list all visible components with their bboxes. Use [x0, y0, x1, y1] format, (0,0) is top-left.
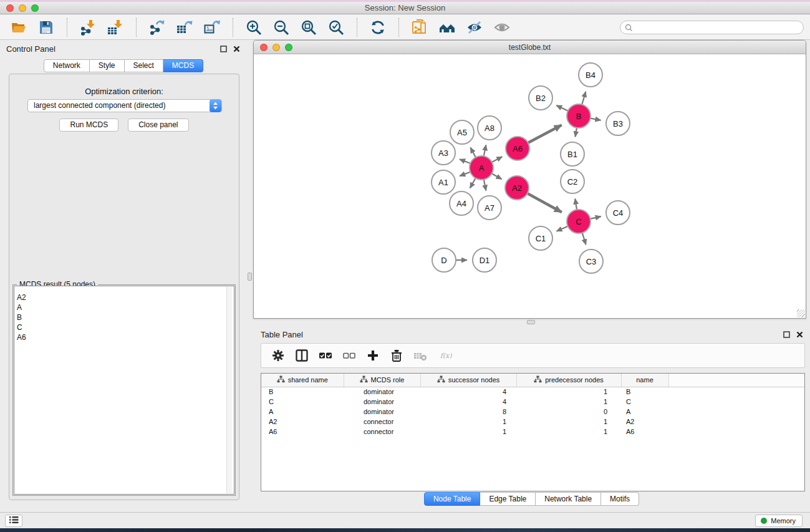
table-row[interactable]: Adominator80A — [261, 407, 804, 417]
column-header-name[interactable]: name — [621, 374, 668, 387]
export-table-icon[interactable] — [175, 18, 194, 37]
cell[interactable]: connector — [344, 417, 420, 427]
memory-button[interactable]: Memory — [755, 515, 803, 527]
cell[interactable]: A — [621, 407, 668, 417]
edge-A-A8[interactable] — [484, 145, 486, 156]
result-item[interactable]: B — [14, 312, 234, 322]
edge-A-A5[interactable] — [470, 148, 476, 158]
edge-C-C1[interactable] — [557, 226, 568, 231]
node-B1[interactable]: B1 — [561, 142, 584, 166]
cell[interactable]: 4 — [420, 387, 516, 397]
node-A2[interactable]: A2 — [505, 176, 529, 200]
edge-A-A6[interactable] — [492, 157, 503, 162]
network-from-file-icon[interactable] — [410, 18, 429, 37]
edge-B-B3[interactable] — [591, 118, 601, 120]
node-A5[interactable]: A5 — [450, 120, 474, 144]
node-C1[interactable]: C1 — [529, 226, 552, 250]
cell[interactable]: 1 — [420, 417, 516, 427]
edge-B-B2[interactable] — [556, 105, 568, 111]
node-C2[interactable]: C2 — [561, 170, 584, 193]
close-panel-button[interactable]: Close panel — [128, 118, 188, 132]
horizontal-splitter-handle[interactable] — [527, 320, 535, 324]
cell[interactable]: B — [621, 387, 668, 397]
edge-B-B1[interactable] — [576, 128, 577, 137]
node-C4[interactable]: C4 — [606, 201, 630, 225]
node-C[interactable]: C — [567, 210, 591, 233]
result-scrollbar[interactable] — [226, 287, 232, 493]
run-mcds-button[interactable]: Run MCDS — [59, 118, 118, 132]
network-canvas[interactable]: AA1A3A4A5A7A8A6A2BB1B2B3B4CC1C2C3C4DD1 — [254, 54, 806, 318]
edge-A6-B[interactable] — [528, 125, 562, 143]
table-settings-icon[interactable] — [270, 347, 286, 364]
float-panel-icon[interactable] — [219, 45, 228, 53]
edge-A-A7[interactable] — [484, 180, 486, 191]
import-table-icon[interactable] — [106, 18, 125, 37]
cell[interactable]: A2 — [621, 417, 668, 427]
cell[interactable]: A — [261, 407, 344, 417]
edge-A-A2[interactable] — [492, 173, 502, 179]
edge-A-A1[interactable] — [460, 172, 470, 176]
zoom-fit-icon[interactable] — [299, 18, 318, 37]
cell[interactable]: C — [621, 397, 668, 407]
result-item[interactable]: A2 — [14, 293, 234, 302]
cell[interactable]: 1 — [516, 427, 621, 437]
node-B[interactable]: B — [567, 104, 591, 128]
add-row-icon[interactable] — [365, 347, 381, 364]
node-A[interactable]: A — [470, 156, 493, 180]
result-item[interactable]: A — [14, 302, 234, 312]
node-A6[interactable]: A6 — [506, 137, 529, 160]
edge-C-C2[interactable] — [575, 199, 577, 210]
cell[interactable]: 1 — [516, 387, 621, 397]
window-resize-grip[interactable] — [797, 309, 805, 317]
node-A3[interactable]: A3 — [432, 141, 455, 165]
search-input[interactable] — [620, 21, 804, 34]
tab-select[interactable]: Select — [125, 59, 163, 72]
node-B2[interactable]: B2 — [529, 86, 552, 110]
column-header-MCDS-role[interactable]: MCDS role — [344, 374, 420, 387]
edge-C-C3[interactable] — [582, 233, 586, 244]
result-item[interactable]: A6 — [14, 332, 234, 342]
column-header-shared-name[interactable]: shared name — [261, 374, 344, 387]
task-history-button[interactable] — [5, 515, 22, 527]
import-network-icon[interactable] — [79, 18, 97, 37]
cell[interactable]: A6 — [261, 427, 344, 437]
node-A1[interactable]: A1 — [432, 170, 455, 194]
node-A7[interactable]: A7 — [478, 196, 501, 220]
table-row[interactable]: A2connector11A2 — [261, 417, 804, 427]
cell[interactable]: 4 — [420, 397, 516, 407]
tab-network-table[interactable]: Network Table — [536, 492, 601, 506]
edge-C-C4[interactable] — [591, 216, 601, 219]
home-browser-icon[interactable] — [438, 18, 456, 37]
tab-edge-table[interactable]: Edge Table — [480, 492, 536, 506]
float-table-panel-icon[interactable] — [783, 331, 791, 339]
column-header-predecessor-nodes[interactable]: predecessor nodes — [516, 374, 621, 387]
cell[interactable]: 0 — [516, 407, 621, 417]
cell[interactable]: dominator — [344, 397, 420, 407]
tab-style[interactable]: Style — [90, 59, 125, 72]
save-session-icon[interactable] — [37, 18, 55, 37]
edge-B-B4[interactable] — [582, 92, 586, 105]
cell[interactable]: 8 — [420, 407, 516, 417]
show-graphics-details-icon[interactable] — [493, 18, 511, 37]
open-session-icon[interactable] — [9, 18, 28, 37]
column-header-successor-nodes[interactable]: successor nodes — [420, 374, 516, 387]
table-row[interactable]: A6connector11A6 — [261, 427, 804, 437]
result-item[interactable]: C — [14, 322, 234, 332]
table-row[interactable]: Cdominator41C — [261, 397, 804, 407]
select-all-icon[interactable] — [317, 347, 334, 364]
export-image-icon[interactable] — [203, 18, 221, 37]
node-C3[interactable]: C3 — [579, 249, 603, 273]
edge-A2-C[interactable] — [528, 193, 562, 212]
cell[interactable]: B — [261, 387, 344, 397]
export-network-icon[interactable] — [148, 18, 166, 37]
hide-graphics-details-icon[interactable] — [465, 18, 484, 37]
node-A4[interactable]: A4 — [450, 191, 473, 215]
close-table-panel-icon[interactable] — [796, 331, 804, 339]
node-B4[interactable]: B4 — [579, 63, 602, 87]
cell[interactable]: connector — [344, 427, 420, 437]
close-panel-icon[interactable] — [233, 45, 241, 53]
network-window-titlebar[interactable]: testGlobe.txt — [254, 41, 806, 54]
vertical-splitter-handle[interactable] — [248, 273, 252, 281]
delete-row-icon[interactable] — [388, 347, 405, 364]
node-B3[interactable]: B3 — [606, 112, 630, 135]
